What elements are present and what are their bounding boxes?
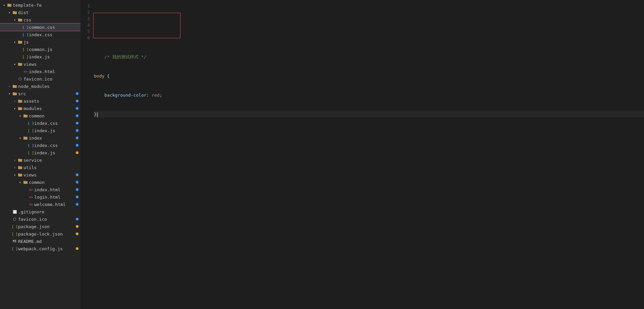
badge-blue xyxy=(76,181,78,184)
folder-icon xyxy=(17,39,23,45)
sidebar-item-welcome-html[interactable]: welcome.html xyxy=(0,201,80,208)
sidebar-item-readme-md[interactable]: README.md xyxy=(0,238,80,245)
code-line-5: background-color: red; xyxy=(94,92,644,98)
sidebar-item-favicon-ico-dist[interactable]: ⬡ favicon.ico xyxy=(0,75,80,83)
sidebar-item-js[interactable]: js xyxy=(0,38,80,46)
sidebar-item-common-css[interactable]: common.css xyxy=(0,23,80,31)
folder-icon xyxy=(23,135,28,141)
sidebar-item-modules[interactable]: modules xyxy=(0,105,80,112)
badge-blue xyxy=(76,137,78,139)
sidebar-item-common-js-dist[interactable]: common.js xyxy=(0,46,80,53)
chevron-icon xyxy=(12,165,17,170)
sidebar-item-index-css-common[interactable]: index.css xyxy=(0,119,80,127)
folder-icon xyxy=(17,61,23,67)
sidebar-item-label: common.css xyxy=(29,25,55,30)
badge-blue xyxy=(76,173,78,176)
badge-blue xyxy=(76,107,78,110)
sidebar-item-utils[interactable]: utils xyxy=(0,164,80,171)
sidebar-item-index-js-dist[interactable]: index.js xyxy=(0,53,80,60)
html-file-icon xyxy=(28,194,34,200)
sidebar-item-common-folder[interactable]: common xyxy=(0,112,80,119)
json-file-icon xyxy=(12,231,17,237)
chevron-icon xyxy=(12,106,17,111)
sidebar-item-index-js-common[interactable]: index.js xyxy=(0,127,80,134)
sidebar-item-dist[interactable]: dist xyxy=(0,9,80,16)
code-line-6: } xyxy=(94,111,644,117)
js-file-icon xyxy=(23,47,28,52)
sidebar-item-css[interactable]: css xyxy=(0,16,80,23)
chevron-icon xyxy=(17,135,23,141)
code-line-2 xyxy=(94,35,644,41)
sidebar-item-index-folder[interactable]: index xyxy=(0,134,80,142)
sidebar-item-label: webpack.config.js xyxy=(18,246,63,251)
folder-icon xyxy=(23,179,28,185)
editor-content[interactable]: 1 2 3 4 5 6 /* 我的测试样式 */ body { backgrou… xyxy=(80,0,644,309)
sidebar-item-label: modules xyxy=(23,106,42,111)
sidebar-item-common-views[interactable]: common xyxy=(0,178,80,186)
cursor xyxy=(97,112,98,117)
folder-icon xyxy=(17,172,23,177)
badge-blue xyxy=(76,188,78,191)
sidebar-item-login-html[interactable]: login.html xyxy=(0,193,80,201)
sidebar-item-label: views xyxy=(23,172,37,177)
sidebar-item-index-js-index[interactable]: index.js xyxy=(0,149,80,156)
js-file-icon xyxy=(23,54,28,59)
badge-blue xyxy=(76,122,78,124)
folder-icon xyxy=(17,165,23,170)
sidebar-item-gitignore[interactable]: ⬜ .gitignore xyxy=(0,208,80,215)
code-editor[interactable]: /* 我的测试样式 */ body { background-color: re… xyxy=(94,3,644,306)
sidebar-item-node-modules[interactable]: node_modules xyxy=(0,83,80,90)
js-file-icon xyxy=(28,150,34,155)
badge-blue xyxy=(76,114,78,117)
sidebar-item-service[interactable]: service xyxy=(0,156,80,164)
sidebar-item-label: .gitignore xyxy=(18,209,44,214)
sidebar-item-assets[interactable]: assets xyxy=(0,97,80,105)
sidebar-item-label: service xyxy=(23,158,42,163)
sidebar-item-label: package.json xyxy=(18,224,50,229)
sidebar-item-label: index.css xyxy=(34,121,58,126)
sidebar-item-template-fe[interactable]: template-fe xyxy=(0,1,80,9)
value-token: red xyxy=(152,93,159,98)
badge-blue xyxy=(76,100,78,102)
code-line-1 xyxy=(94,15,644,22)
sidebar-item-label: css xyxy=(23,17,31,22)
sidebar-item-webpack-config-js[interactable]: webpack.config.js xyxy=(0,245,80,252)
code-line-3: /* 我的测试样式 */ xyxy=(94,54,644,60)
css-file-icon xyxy=(28,143,34,148)
sidebar-item-favicon-ico-root[interactable]: ⬡ favicon.ico xyxy=(0,215,80,223)
sidebar-item-label: favicon.ico xyxy=(23,76,52,82)
sidebar-item-views-dist[interactable]: views xyxy=(0,60,80,68)
colon-token: : xyxy=(147,93,152,98)
sidebar-item-label: favicon.ico xyxy=(18,217,47,222)
badge-blue xyxy=(76,129,78,132)
badge-orange xyxy=(76,233,78,235)
sidebar-item-package-json[interactable]: package.json xyxy=(0,223,80,230)
sidebar-item-label: dist xyxy=(18,10,29,15)
html-file-icon xyxy=(23,69,28,74)
badge-blue xyxy=(76,196,78,198)
sidebar-item-src[interactable]: src xyxy=(0,90,80,97)
sidebar-item-package-lock-json[interactable]: package-lock.json xyxy=(0,230,80,238)
folder-icon xyxy=(12,91,17,96)
sidebar-item-index-css-dist[interactable]: index.css xyxy=(0,31,80,38)
sidebar-item-label: src xyxy=(18,91,26,96)
sidebar-item-label: index.html xyxy=(29,69,55,74)
property-token: background-color xyxy=(104,93,146,98)
git-file-icon: ⬜ xyxy=(12,209,17,214)
ico-file-icon: ⬡ xyxy=(12,216,17,222)
line-numbers: 1 2 3 4 5 6 xyxy=(80,3,94,306)
sidebar-item-index-html-views[interactable]: index.html xyxy=(0,186,80,193)
sidebar-item-label: common.js xyxy=(29,47,52,52)
sidebar-item-index-css-index[interactable]: index.css xyxy=(0,142,80,149)
badge-blue xyxy=(76,203,78,206)
chevron-icon xyxy=(12,98,17,104)
sidebar-item-index-html-dist[interactable]: index.html xyxy=(0,68,80,75)
html-file-icon xyxy=(28,187,34,192)
chevron-icon xyxy=(7,84,12,89)
ico-file-icon: ⬡ xyxy=(17,76,23,82)
sidebar-item-label: index.css xyxy=(29,32,52,37)
chevron-icon xyxy=(17,113,23,118)
sidebar-item-views-src[interactable]: views xyxy=(0,171,80,178)
badge-orange xyxy=(76,225,78,228)
sidebar-item-label: views xyxy=(23,62,37,67)
